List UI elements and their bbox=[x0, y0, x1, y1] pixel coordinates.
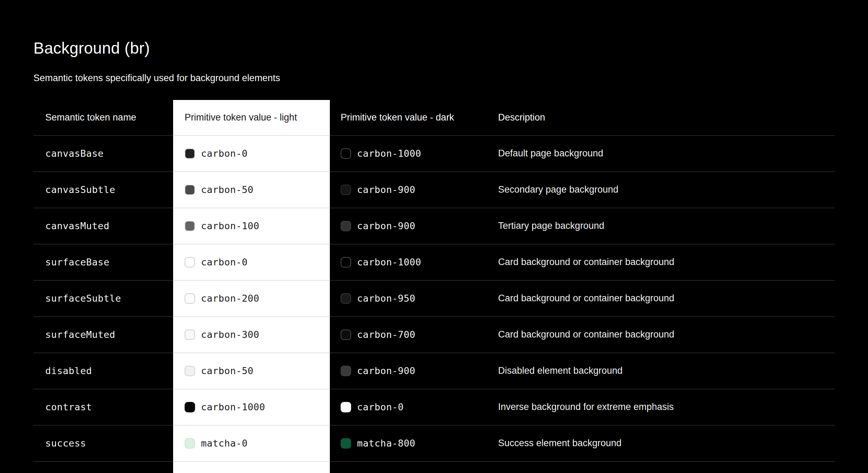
description-text: Success element background bbox=[498, 438, 621, 449]
description-cell: Card background or container background bbox=[487, 245, 835, 281]
description-text: Default page background bbox=[498, 148, 603, 159]
dark-color-swatch bbox=[341, 438, 351, 449]
dark-value-cell: carbon-900 bbox=[330, 353, 487, 389]
dark-value-cell: carbon-950 bbox=[330, 281, 487, 317]
light-token-value: carbon-50 bbox=[201, 365, 254, 376]
token-name: surfaceMuted bbox=[45, 329, 115, 340]
light-color-swatch bbox=[185, 438, 195, 449]
token-name-cell bbox=[33, 462, 173, 473]
table-row: contrast carbon-1000 carbon-0 Inverse ba… bbox=[33, 389, 835, 426]
token-name-cell: canvasMuted bbox=[33, 208, 173, 245]
dark-color-swatch bbox=[341, 221, 351, 231]
description-text: Tertiary page background bbox=[498, 220, 604, 231]
column-header-label: Primitive token value - light bbox=[185, 112, 297, 123]
description-text: Card background or container background bbox=[498, 329, 674, 340]
light-token-value: carbon-0 bbox=[201, 148, 248, 159]
column-header-label: Primitive token value - dark bbox=[341, 112, 454, 123]
table-row: canvasSubtle carbon-50 carbon-900 Second… bbox=[33, 172, 835, 208]
table-row: surfaceBase carbon-0 carbon-1000 Card ba… bbox=[33, 245, 835, 281]
dark-color-swatch bbox=[341, 148, 351, 159]
light-value-cell: carbon-50 bbox=[173, 353, 330, 389]
light-value-cell: carbon-100 bbox=[173, 208, 330, 245]
table-body: canvasBase carbon-0 carbon-1000 Default … bbox=[33, 136, 835, 462]
light-token-value: carbon-0 bbox=[201, 257, 248, 267]
light-value-cell: carbon-200 bbox=[173, 281, 330, 317]
token-name-cell: surfaceBase bbox=[33, 245, 173, 281]
light-value-cell: carbon-0 bbox=[173, 245, 330, 281]
dark-token-value: carbon-0 bbox=[357, 402, 404, 412]
table-row: surfaceMuted carbon-300 carbon-700 Card … bbox=[33, 317, 835, 353]
description-cell: Disabled element background bbox=[487, 353, 835, 389]
dark-value-cell: matcha-800 bbox=[330, 426, 487, 462]
token-name: contrast bbox=[45, 402, 92, 412]
dark-value-cell: carbon-700 bbox=[330, 317, 487, 353]
description-cell: Card background or container background bbox=[487, 281, 835, 317]
light-color-swatch bbox=[185, 148, 195, 159]
description-text: Disabled element background bbox=[498, 365, 622, 376]
light-color-swatch bbox=[185, 185, 195, 195]
light-value-cell: matcha-0 bbox=[173, 426, 330, 462]
light-value-cell: carbon-50 bbox=[173, 172, 330, 208]
light-value-cell: carbon-0 bbox=[173, 136, 330, 172]
description-text: Card background or container background bbox=[498, 257, 674, 267]
token-name: success bbox=[45, 438, 86, 449]
description-cell: Default page background bbox=[487, 136, 835, 172]
light-color-swatch bbox=[185, 257, 195, 267]
table-row: canvasMuted carbon-100 carbon-900 Tertia… bbox=[33, 208, 835, 245]
light-color-swatch bbox=[185, 293, 195, 304]
table-row-partial bbox=[33, 462, 835, 473]
light-token-value: carbon-1000 bbox=[201, 402, 265, 412]
header-cell-dark-value: Primitive token value - dark bbox=[330, 100, 487, 136]
light-token-value: carbon-50 bbox=[201, 184, 254, 195]
description-text: Card background or container background bbox=[498, 293, 674, 304]
column-header-label: Semantic token name bbox=[45, 112, 136, 123]
dark-token-value: matcha-800 bbox=[357, 438, 416, 449]
token-name: canvasSubtle bbox=[45, 184, 115, 195]
dark-token-value: carbon-900 bbox=[357, 220, 416, 231]
token-name: surfaceBase bbox=[45, 257, 109, 267]
dark-color-swatch bbox=[341, 402, 351, 412]
token-name-cell: success bbox=[33, 426, 173, 462]
table-row: surfaceSubtle carbon-200 carbon-950 Card… bbox=[33, 281, 835, 317]
description-cell: Success element background bbox=[487, 426, 835, 462]
dark-color-swatch bbox=[341, 366, 351, 376]
description-cell: Inverse background for extreme emphasis bbox=[487, 389, 835, 426]
light-value-cell: carbon-300 bbox=[173, 317, 330, 353]
dark-value-cell: carbon-900 bbox=[330, 172, 487, 208]
light-value-cell: carbon-1000 bbox=[173, 389, 330, 426]
token-name: disabled bbox=[45, 365, 92, 376]
token-name-cell: contrast bbox=[33, 389, 173, 426]
token-name-cell: canvasSubtle bbox=[33, 172, 173, 208]
page-subtitle: Semantic tokens specifically used for ba… bbox=[33, 72, 868, 84]
dark-token-value: carbon-700 bbox=[357, 329, 416, 340]
header-cell-light-value: Primitive token value - light bbox=[173, 100, 330, 136]
dark-value-cell bbox=[330, 462, 487, 473]
token-name-cell: disabled bbox=[33, 353, 173, 389]
dark-color-swatch bbox=[341, 257, 351, 267]
token-name-cell: canvasBase bbox=[33, 136, 173, 172]
description-text: Inverse background for extreme emphasis bbox=[498, 402, 674, 412]
light-token-value: carbon-100 bbox=[201, 220, 259, 231]
header-cell-description: Description bbox=[487, 100, 835, 136]
token-name-cell: surfaceMuted bbox=[33, 317, 173, 353]
description-cell: Secondary page background bbox=[487, 172, 835, 208]
description-cell: Card background or container background bbox=[487, 317, 835, 353]
token-name: canvasBase bbox=[45, 148, 104, 159]
light-token-value: carbon-200 bbox=[201, 293, 259, 304]
light-value-cell bbox=[173, 462, 330, 473]
table-row: disabled carbon-50 carbon-900 Disabled e… bbox=[33, 353, 835, 389]
description-cell: Tertiary page background bbox=[487, 208, 835, 245]
light-color-swatch bbox=[185, 329, 195, 340]
column-header-label: Description bbox=[498, 112, 545, 123]
dark-token-value: carbon-950 bbox=[357, 293, 416, 304]
table-row: canvasBase carbon-0 carbon-1000 Default … bbox=[33, 136, 835, 172]
dark-color-swatch bbox=[341, 293, 351, 304]
dark-color-swatch bbox=[341, 185, 351, 195]
light-color-swatch bbox=[185, 402, 195, 412]
light-token-value: carbon-300 bbox=[201, 329, 259, 340]
dark-value-cell: carbon-0 bbox=[330, 389, 487, 426]
table-row: success matcha-0 matcha-800 Success elem… bbox=[33, 426, 835, 462]
dark-token-value: carbon-900 bbox=[357, 365, 416, 376]
light-token-value: matcha-0 bbox=[201, 438, 248, 449]
page-title: Background (br) bbox=[33, 0, 868, 57]
